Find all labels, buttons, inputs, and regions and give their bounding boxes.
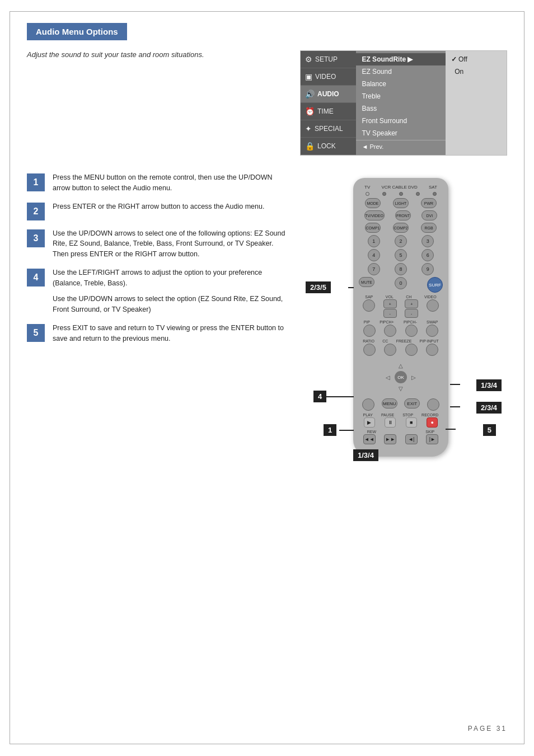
record-btn[interactable]: ●: [427, 417, 438, 428]
swap-btn[interactable]: [426, 325, 438, 337]
num-3[interactable]: 3: [421, 235, 434, 247]
callout-134-right: 1/3/4: [476, 379, 502, 391]
comp2-btn[interactable]: COMP2: [393, 223, 409, 233]
osd-item-tv-speaker: TV Speaker: [356, 127, 445, 139]
prev-track-btn[interactable]: ◄|: [405, 434, 418, 444]
top-description: Adjust the sound to suit your taste and …: [27, 50, 300, 59]
time-icon: ⏰: [305, 107, 315, 116]
dot-tv: [366, 192, 369, 196]
remote-row-mode-light-power: MODE LIGHT PWR: [359, 198, 443, 208]
steps-right: TV VCR CABLE DVD SAT: [300, 172, 507, 508]
pip-btn[interactable]: [363, 325, 376, 337]
pause-btn[interactable]: ⏸: [385, 417, 396, 428]
ch-up-btn[interactable]: +: [405, 299, 418, 308]
dvi-btn[interactable]: DVI: [421, 210, 437, 220]
label-freeze: FREEZE: [396, 339, 412, 343]
power-btn[interactable]: PWR: [421, 198, 437, 208]
mute-btn[interactable]: MUTE: [359, 277, 374, 287]
arrow-down-btn[interactable]: ▽: [394, 383, 407, 394]
left-small-btn[interactable]: [362, 398, 374, 411]
comp1-btn[interactable]: COMP1: [365, 223, 381, 233]
enter-btn[interactable]: OK: [395, 371, 407, 383]
arrow-right-btn[interactable]: ▷: [407, 371, 420, 383]
callout-234-right: 2/3/4: [476, 402, 502, 414]
num-8[interactable]: 8: [395, 263, 407, 275]
menu-btn[interactable]: MENU: [382, 398, 397, 408]
right-small-btn[interactable]: [427, 398, 439, 411]
remote-control: TV VCR CABLE DVD SAT: [353, 178, 448, 457]
mode-btn[interactable]: MODE: [365, 198, 381, 208]
step-1-text: Press the MENU button on the remote cont…: [53, 172, 289, 194]
label-swap: SWAP: [427, 320, 438, 324]
play-btn[interactable]: ▶: [364, 417, 375, 428]
rew-btn[interactable]: ◄◄: [363, 434, 376, 444]
num-0[interactable]: 0: [395, 277, 407, 289]
sap-btn[interactable]: [363, 299, 375, 312]
steps-section: 1 Press the MENU button on the remote co…: [27, 172, 507, 508]
light-btn[interactable]: LIGHT: [393, 198, 409, 208]
stop-btn[interactable]: ■: [406, 417, 417, 428]
osd-sidebar-time: ⏰ TIME: [301, 103, 356, 120]
cc-btn[interactable]: [384, 344, 396, 356]
osd-sidebar-audio: 🔊 AUDIO: [301, 86, 356, 103]
osd-item-bass: Bass: [356, 102, 445, 115]
arrow-up-btn[interactable]: △: [394, 360, 407, 371]
num-6[interactable]: 6: [421, 249, 434, 261]
vol-up-btn[interactable]: +: [383, 299, 397, 308]
rgb-btn[interactable]: RGB: [421, 223, 437, 233]
front-btn[interactable]: FRONT: [395, 210, 411, 220]
remote-label-row-func: RATIO CC FREEZE PIP·INPUT: [359, 339, 443, 343]
osd-item-ez-soundrite: EZ SoundRite ▶: [356, 53, 445, 65]
pipch-up-btn[interactable]: [384, 325, 396, 337]
num-9[interactable]: 9: [421, 263, 434, 275]
number-grid: 1 2 3 4 5 6 7 8 9: [361, 235, 441, 275]
vol-dn-btn[interactable]: -: [383, 309, 397, 318]
tvvideo-btn[interactable]: TV/VIDEO: [364, 210, 385, 220]
label-stop: STOP: [402, 413, 413, 417]
next-track-btn[interactable]: |►: [426, 434, 438, 444]
callout-234-right-line: [450, 406, 460, 407]
ch-dn-btn[interactable]: -: [405, 309, 418, 318]
surf-btn[interactable]: SURF: [427, 277, 443, 293]
arrow-pad-area: △ ◁ OK ▷ ▽: [359, 358, 443, 396]
steps-list: 1 Press the MENU button on the remote co…: [27, 172, 300, 351]
osd-prev-label: ◄ Prev.: [356, 140, 445, 153]
label-pipinput: PIP·INPUT: [420, 339, 439, 343]
dot-cable: [399, 192, 403, 196]
pipch-dn-btn[interactable]: [405, 325, 418, 337]
step-4-text-b: Use the UP/DOWN arrows to select the opt…: [53, 294, 289, 315]
ff-btn[interactable]: ►►: [384, 434, 396, 444]
arrow-left-btn[interactable]: ◁: [381, 371, 394, 383]
label-pip: PIP: [364, 320, 370, 324]
pipinput-btn[interactable]: [426, 344, 438, 356]
step-4-text-a: Use the LEFT/RIGHT arrows to adjust the …: [53, 267, 289, 289]
osd-sidebar-lock-label: LOCK: [317, 142, 336, 150]
special-icon: ✦: [305, 124, 312, 133]
remote-dots: [359, 192, 443, 196]
label-pipch-dn: PIPCH-: [404, 320, 417, 324]
label-ch: CH: [406, 295, 411, 299]
callout-1: 1: [324, 424, 336, 436]
freeze-btn[interactable]: [405, 344, 418, 356]
num-7[interactable]: 7: [368, 263, 380, 275]
remote-label-row-play: PLAY PAUSE STOP RECORD: [359, 413, 443, 417]
label-ratio: RATIO: [363, 339, 374, 343]
remote-label-row-sap: SAP VOL CH VIDEO: [359, 295, 443, 299]
osd-submenu: Off On: [446, 51, 507, 155]
ratio-btn[interactable]: [363, 344, 376, 356]
num-5[interactable]: 5: [395, 249, 407, 261]
callout-5-right: 5: [483, 424, 496, 436]
label-play: PLAY: [363, 413, 373, 417]
osd-submenu-off: Off: [446, 53, 507, 65]
osd-item-balance: Balance: [356, 78, 445, 90]
step-3-num: 3: [27, 229, 45, 247]
num-1[interactable]: 1: [368, 235, 380, 247]
num-4[interactable]: 4: [368, 249, 380, 261]
num-2[interactable]: 2: [395, 235, 407, 247]
remote-wrapper: TV VCR CABLE DVD SAT: [306, 172, 502, 508]
exit-btn[interactable]: EXIT: [404, 398, 420, 408]
callout-4-line: [326, 396, 354, 397]
video-btn[interactable]: [427, 299, 439, 312]
osd-sidebar-setup-label: SETUP: [315, 55, 338, 63]
osd-sidebar-special-label: SPECIAL: [315, 125, 343, 133]
